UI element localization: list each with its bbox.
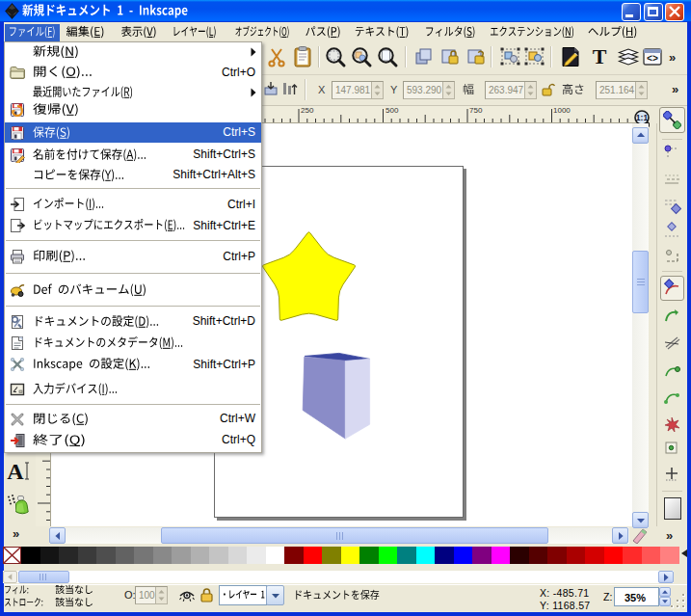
svg-text:1:1: 1:1 [636,113,649,122]
svg-text:T: T [593,45,607,68]
svg-text:<>: <> [647,54,658,65]
svg-text:A: A [7,460,24,482]
